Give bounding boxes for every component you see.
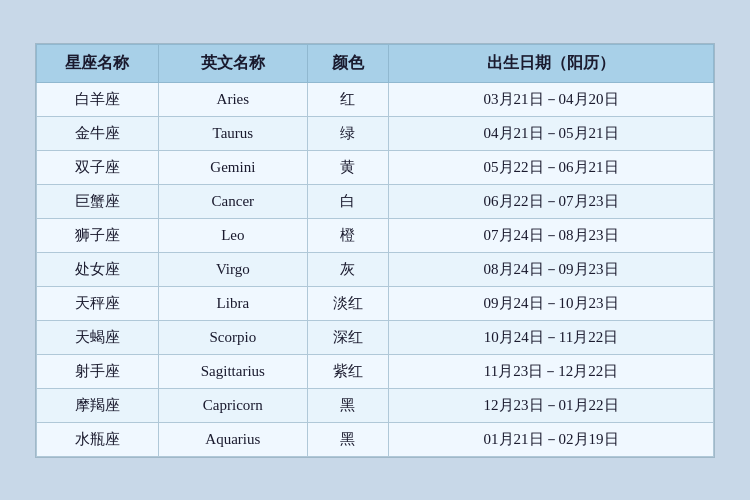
cell-english: Scorpio (158, 320, 307, 354)
cell-color: 绿 (307, 116, 388, 150)
cell-date: 07月24日－08月23日 (389, 218, 714, 252)
table-body: 白羊座Aries红03月21日－04月20日金牛座Taurus绿04月21日－0… (37, 82, 714, 456)
cell-date: 03月21日－04月20日 (389, 82, 714, 116)
table-row: 天蝎座Scorpio深红10月24日－11月22日 (37, 320, 714, 354)
cell-color: 黑 (307, 422, 388, 456)
cell-color: 黄 (307, 150, 388, 184)
cell-date: 01月21日－02月19日 (389, 422, 714, 456)
cell-english: Capricorn (158, 388, 307, 422)
cell-chinese: 金牛座 (37, 116, 159, 150)
header-english: 英文名称 (158, 44, 307, 82)
cell-chinese: 双子座 (37, 150, 159, 184)
cell-english: Virgo (158, 252, 307, 286)
cell-date: 12月23日－01月22日 (389, 388, 714, 422)
cell-chinese: 天秤座 (37, 286, 159, 320)
table-row: 金牛座Taurus绿04月21日－05月21日 (37, 116, 714, 150)
table-row: 水瓶座Aquarius黑01月21日－02月19日 (37, 422, 714, 456)
cell-english: Libra (158, 286, 307, 320)
table-row: 摩羯座Capricorn黑12月23日－01月22日 (37, 388, 714, 422)
cell-english: Cancer (158, 184, 307, 218)
cell-english: Aries (158, 82, 307, 116)
table-header-row: 星座名称 英文名称 颜色 出生日期（阳历） (37, 44, 714, 82)
cell-color: 深红 (307, 320, 388, 354)
cell-chinese: 巨蟹座 (37, 184, 159, 218)
zodiac-table-container: 星座名称 英文名称 颜色 出生日期（阳历） 白羊座Aries红03月21日－04… (35, 43, 715, 458)
cell-chinese: 摩羯座 (37, 388, 159, 422)
cell-chinese: 处女座 (37, 252, 159, 286)
cell-date: 04月21日－05月21日 (389, 116, 714, 150)
cell-chinese: 水瓶座 (37, 422, 159, 456)
table-row: 处女座Virgo灰08月24日－09月23日 (37, 252, 714, 286)
table-row: 巨蟹座Cancer白06月22日－07月23日 (37, 184, 714, 218)
cell-date: 06月22日－07月23日 (389, 184, 714, 218)
table-row: 白羊座Aries红03月21日－04月20日 (37, 82, 714, 116)
table-row: 射手座Sagittarius紫红11月23日－12月22日 (37, 354, 714, 388)
cell-chinese: 白羊座 (37, 82, 159, 116)
header-date: 出生日期（阳历） (389, 44, 714, 82)
cell-date: 05月22日－06月21日 (389, 150, 714, 184)
cell-color: 淡红 (307, 286, 388, 320)
cell-date: 11月23日－12月22日 (389, 354, 714, 388)
cell-color: 黑 (307, 388, 388, 422)
cell-color: 红 (307, 82, 388, 116)
cell-color: 橙 (307, 218, 388, 252)
header-chinese: 星座名称 (37, 44, 159, 82)
cell-date: 08月24日－09月23日 (389, 252, 714, 286)
cell-english: Gemini (158, 150, 307, 184)
cell-english: Leo (158, 218, 307, 252)
cell-color: 灰 (307, 252, 388, 286)
table-row: 天秤座Libra淡红09月24日－10月23日 (37, 286, 714, 320)
cell-english: Aquarius (158, 422, 307, 456)
cell-date: 10月24日－11月22日 (389, 320, 714, 354)
cell-chinese: 天蝎座 (37, 320, 159, 354)
table-row: 狮子座Leo橙07月24日－08月23日 (37, 218, 714, 252)
cell-color: 紫红 (307, 354, 388, 388)
cell-chinese: 狮子座 (37, 218, 159, 252)
cell-english: Sagittarius (158, 354, 307, 388)
cell-color: 白 (307, 184, 388, 218)
zodiac-table: 星座名称 英文名称 颜色 出生日期（阳历） 白羊座Aries红03月21日－04… (36, 44, 714, 457)
table-row: 双子座Gemini黄05月22日－06月21日 (37, 150, 714, 184)
cell-date: 09月24日－10月23日 (389, 286, 714, 320)
header-color: 颜色 (307, 44, 388, 82)
cell-english: Taurus (158, 116, 307, 150)
cell-chinese: 射手座 (37, 354, 159, 388)
